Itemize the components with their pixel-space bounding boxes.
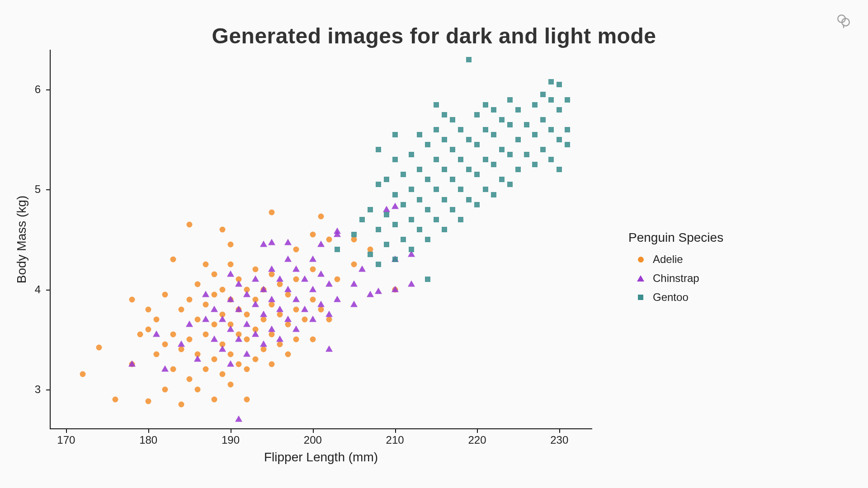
- data-point-adelie: [113, 396, 118, 402]
- data-point-gentoo: [401, 172, 406, 177]
- data-point-chinstrap: [392, 286, 399, 292]
- data-point-chinstrap: [211, 336, 218, 342]
- data-point-adelie: [219, 371, 225, 377]
- data-point-gentoo: [548, 97, 554, 103]
- data-point-gentoo: [483, 157, 488, 162]
- data-point-gentoo: [442, 112, 447, 117]
- data-point-gentoo: [376, 227, 381, 232]
- data-point-gentoo: [491, 192, 496, 197]
- data-point-chinstrap: [309, 256, 316, 262]
- data-point-adelie: [269, 332, 274, 338]
- data-point-adelie: [351, 262, 357, 267]
- data-point-chinstrap: [268, 326, 275, 332]
- data-point-gentoo: [540, 92, 546, 97]
- data-point-chinstrap: [202, 315, 209, 322]
- data-point-gentoo: [409, 187, 414, 192]
- data-point-gentoo: [557, 82, 562, 87]
- y-axis-label: Body Mass (kg): [14, 196, 29, 284]
- data-point-gentoo: [507, 152, 513, 157]
- chart-container: Body Mass (kg) 1701801902002102202303456…: [27, 50, 850, 470]
- data-point-gentoo: [417, 132, 422, 137]
- data-point-gentoo: [557, 167, 562, 172]
- data-point-gentoo: [483, 102, 488, 108]
- data-point-gentoo: [458, 127, 463, 132]
- data-point-chinstrap: [383, 206, 390, 212]
- data-point-adelie: [170, 366, 176, 372]
- data-point-adelie: [96, 344, 102, 350]
- data-point-chinstrap: [260, 241, 267, 247]
- data-point-adelie: [178, 347, 184, 352]
- data-point-adelie: [137, 332, 143, 338]
- x-axis-line: [50, 428, 592, 429]
- theme-toggle-button[interactable]: [835, 13, 852, 29]
- legend-item-gentoo: Gentoo: [637, 291, 723, 304]
- data-point-gentoo: [565, 97, 570, 103]
- data-point-chinstrap: [178, 341, 185, 347]
- data-point-adelie: [129, 296, 135, 302]
- x-tick: [313, 429, 314, 433]
- data-point-chinstrap: [153, 331, 160, 337]
- data-point-gentoo: [491, 107, 496, 113]
- data-point-adelie: [285, 291, 291, 297]
- data-point-adelie: [252, 357, 258, 362]
- y-tick: [46, 89, 50, 90]
- data-point-chinstrap: [284, 239, 292, 245]
- data-point-gentoo: [450, 207, 455, 212]
- data-point-chinstrap: [211, 305, 218, 312]
- data-point-adelie: [146, 326, 151, 332]
- data-point-adelie: [335, 277, 340, 282]
- data-point-adelie: [162, 291, 168, 297]
- data-point-gentoo: [392, 132, 398, 137]
- data-point-gentoo: [392, 257, 398, 262]
- plot-area: 1701801902002102202303456: [50, 50, 592, 429]
- data-point-adelie: [244, 311, 250, 317]
- y-tick: [46, 389, 50, 390]
- data-point-adelie: [219, 286, 225, 292]
- data-point-gentoo: [458, 187, 463, 192]
- data-point-gentoo: [565, 142, 570, 147]
- data-point-gentoo: [376, 147, 381, 152]
- data-point-gentoo: [540, 117, 546, 122]
- data-point-chinstrap: [260, 310, 267, 317]
- data-point-gentoo: [515, 167, 521, 172]
- data-point-adelie: [260, 347, 266, 352]
- legend-label: Gentoo: [653, 291, 689, 304]
- data-point-adelie: [178, 401, 184, 407]
- x-tick: [477, 429, 478, 433]
- data-point-adelie: [162, 386, 168, 392]
- data-point-gentoo: [474, 142, 480, 147]
- theme-toggle-icon: [835, 13, 852, 29]
- data-point-chinstrap: [260, 341, 267, 347]
- data-point-gentoo: [409, 247, 414, 252]
- data-point-adelie: [310, 296, 316, 302]
- data-point-chinstrap: [284, 315, 292, 322]
- data-point-gentoo: [392, 222, 398, 227]
- data-point-gentoo: [548, 157, 554, 162]
- data-point-adelie: [269, 210, 274, 216]
- data-point-chinstrap: [317, 271, 325, 277]
- data-point-chinstrap: [375, 288, 382, 294]
- data-point-adelie: [351, 237, 357, 243]
- data-point-gentoo: [368, 252, 373, 257]
- data-point-adelie: [211, 357, 217, 362]
- circle-icon: [637, 255, 645, 263]
- data-point-adelie: [187, 296, 193, 302]
- data-point-chinstrap: [359, 266, 366, 272]
- data-point-chinstrap: [276, 336, 283, 342]
- y-tick: [46, 189, 50, 190]
- data-point-chinstrap: [326, 310, 333, 317]
- data-point-gentoo: [368, 207, 373, 212]
- data-point-chinstrap: [350, 281, 358, 287]
- data-point-gentoo: [548, 127, 554, 132]
- data-point-gentoo: [507, 97, 513, 103]
- data-point-chinstrap: [252, 300, 259, 307]
- data-point-chinstrap: [227, 271, 234, 277]
- data-point-chinstrap: [317, 241, 325, 247]
- data-point-gentoo: [499, 117, 505, 122]
- data-point-adelie: [228, 381, 234, 387]
- legend-label: Chinstrap: [653, 272, 699, 285]
- data-point-adelie: [277, 342, 283, 347]
- x-tick-label: 230: [550, 434, 568, 446]
- page-title: Generated images for dark and light mode: [0, 23, 868, 48]
- data-point-gentoo: [466, 197, 472, 202]
